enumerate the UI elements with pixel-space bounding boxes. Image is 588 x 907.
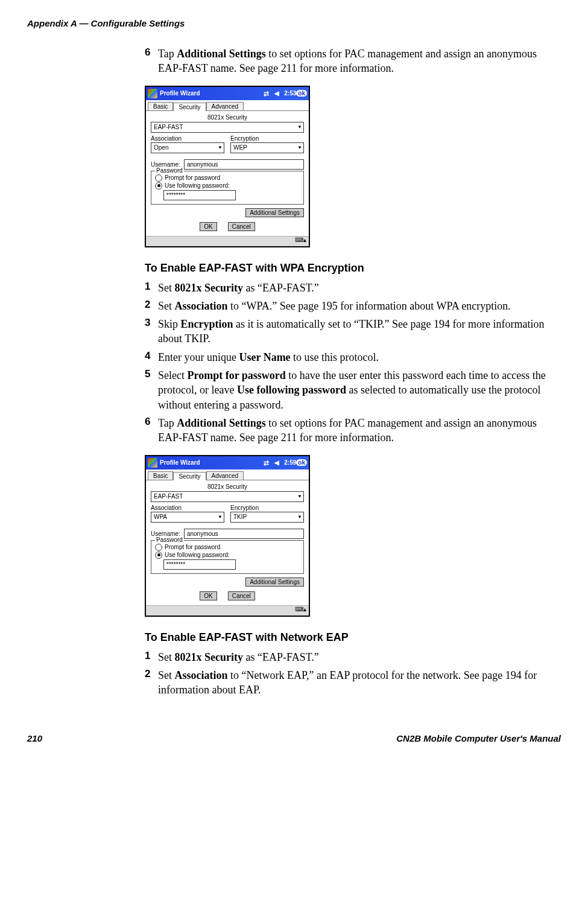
step-number: 1 [145,281,158,295]
encryption-combo[interactable]: TKIP▼ [230,512,304,523]
username-input[interactable]: anonymous [184,529,304,539]
step-number: 2 [145,299,158,313]
list-item: 2Set Association to “WPA.” See page 195 … [145,299,561,313]
association-combo[interactable]: WPA▼ [151,512,224,523]
window-title: Profile Wizard [160,90,262,97]
step-text: Set 8021x Security as “EAP-FAST.” [158,281,319,295]
prompt-radio[interactable]: Prompt for password [155,174,300,182]
start-icon[interactable] [148,458,157,468]
step-text: Skip Encryption as it is automatically s… [158,317,561,346]
tab-security[interactable]: Security [173,103,206,111]
manual-title: CN2B Mobile Computer User's Manual [396,733,561,743]
heading-wpa: To Enable EAP-FAST with WPA Encryption [145,262,561,275]
tab-security[interactable]: Security [173,472,206,480]
step-number: 3 [145,317,158,346]
titlebar: Profile Wizard 2:59 ok [146,456,309,469]
password-legend: Password [155,167,184,174]
chevron-down-icon: ▼ [218,514,223,520]
network-icon[interactable] [264,459,272,466]
radio-icon [155,174,162,182]
security-combo[interactable]: EAP-FAST▼ [151,491,304,502]
password-group: Password Prompt for password Use followi… [151,540,304,574]
tab-row: Basic Security Advanced [146,469,309,480]
step-number: 2 [145,668,158,698]
step-number: 6 [145,416,158,445]
radio-icon [155,552,162,559]
ok-dialog-button[interactable]: OK [200,591,217,600]
password-group: Password Prompt for password Use followi… [151,171,304,205]
encryption-combo[interactable]: WEP▼ [230,142,304,153]
additional-settings-button[interactable]: Additional Settings [245,208,304,217]
radio-icon [155,182,162,189]
step-6a: 6 Tap Additional Settings to set options… [145,46,561,76]
additional-settings-button[interactable]: Additional Settings [245,578,304,587]
security-combo[interactable]: EAP-FAST▼ [151,122,304,133]
step-text: Set Association to “Network EAP,” an EAP… [158,668,561,698]
step-text: Enter your unique User Name to use this … [158,350,379,364]
sip-bar[interactable] [146,236,309,246]
chevron-down-icon: ▼ [218,145,223,150]
cancel-button[interactable]: Cancel [228,591,255,600]
chevron-down-icon: ▼ [297,514,302,520]
list-item: 2Set Association to “Network EAP,” an EA… [145,668,561,698]
step-text: Tap Additional Settings to set options f… [158,46,561,76]
tab-advanced[interactable]: Advanced [206,102,244,110]
tab-row: Basic Security Advanced [146,100,309,110]
heading-network-eap: To Enable EAP-FAST with Network EAP [145,631,561,644]
chevron-down-icon: ▼ [297,145,302,150]
use-password-radio[interactable]: Use following password: [155,552,300,559]
titlebar: Profile Wizard 2:53 ok [146,87,309,100]
step-number: 6 [145,46,158,76]
list-item: 3Skip Encryption as it is automatically … [145,317,561,346]
association-label: Association [151,504,224,511]
radio-icon [155,544,162,551]
ok-button[interactable]: ok [296,459,307,466]
security-label: 8021x Security [151,483,304,490]
association-label: Association [151,135,224,142]
username-input[interactable]: anonymous [184,159,304,170]
list-item: 1Set 8021x Security as “EAP-FAST.” [145,281,561,295]
clock: 2:59 [284,459,296,466]
list-item: 5Select Prompt for password to have the … [145,368,561,412]
prompt-radio[interactable]: Prompt for password [155,544,300,551]
step-text: Set Association to “WPA.” See page 195 f… [158,299,511,313]
chevron-down-icon: ▼ [297,124,302,130]
association-combo[interactable]: Open▼ [151,142,224,153]
step-text: Set 8021x Security as “EAP-FAST.” [158,650,319,664]
security-label: 8021x Security [151,114,304,121]
window-title: Profile Wizard [160,459,262,466]
use-password-radio[interactable]: Use following password: [155,182,300,189]
sip-bar[interactable] [146,605,309,616]
volume-icon[interactable] [274,459,283,466]
step-number: 1 [145,650,158,664]
step-text: Select Prompt for password to have the u… [158,368,561,412]
step-number: 4 [145,350,158,364]
list-item: 4Enter your unique User Name to use this… [145,350,561,364]
password-input[interactable]: ******** [163,190,236,200]
tab-basic[interactable]: Basic [148,471,173,480]
ok-button[interactable]: ok [296,90,307,97]
step-text: Tap Additional Settings to set options f… [158,416,561,445]
list-item: 6Tap Additional Settings to set options … [145,416,561,445]
encryption-label: Encryption [230,504,304,511]
tab-advanced[interactable]: Advanced [206,471,244,480]
password-legend: Password [155,536,184,543]
step-number: 5 [145,368,158,412]
screenshot-wpa-tkip: Profile Wizard 2:59 ok Basic Security Ad… [145,455,310,617]
list-item: 1Set 8021x Security as “EAP-FAST.” [145,650,561,664]
screenshot-open-wep: Profile Wizard 2:53 ok Basic Security Ad… [145,86,310,247]
page-header: Appendix A — Configurable Settings [27,18,561,28]
page-number: 210 [27,733,42,743]
cancel-button[interactable]: Cancel [228,222,255,231]
chevron-down-icon: ▼ [297,494,302,499]
ok-dialog-button[interactable]: OK [200,222,217,231]
password-input[interactable]: ******** [163,559,236,570]
clock: 2:53 [284,90,296,97]
network-icon[interactable] [264,90,272,97]
start-icon[interactable] [148,89,157,98]
volume-icon[interactable] [274,90,283,97]
encryption-label: Encryption [230,135,304,142]
tab-basic[interactable]: Basic [148,102,173,110]
